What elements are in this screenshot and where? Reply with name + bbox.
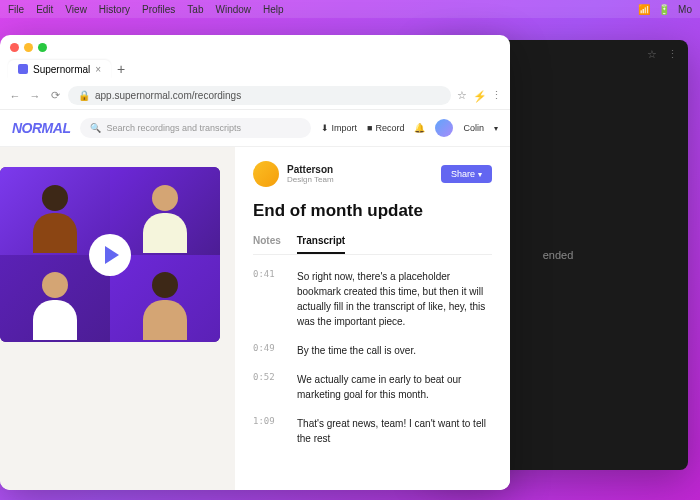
url-bar: ← → ⟳ 🔒 app.supernormal.com/recordings ☆… <box>0 82 510 110</box>
author-role: Design Team <box>287 175 433 184</box>
close-window-button[interactable] <box>10 43 19 52</box>
reload-icon[interactable]: ⟳ <box>48 89 62 103</box>
author-name: Patterson <box>287 164 433 175</box>
app-logo[interactable]: NORMAL <box>12 120 70 136</box>
video-thumbnail[interactable] <box>0 167 220 342</box>
timestamp: 0:49 <box>253 343 283 358</box>
macos-menubar: File Edit View History Profiles Tab Wind… <box>0 0 700 18</box>
chevron-down-icon: ▾ <box>478 170 482 179</box>
tab-title: Supernormal <box>33 64 90 75</box>
timestamp: 1:09 <box>253 416 283 446</box>
app-header: NORMAL 🔍 Search recordings and transcrip… <box>0 110 510 147</box>
close-tab-button[interactable]: × <box>95 64 101 75</box>
timestamp: 0:52 <box>253 372 283 402</box>
window-controls <box>0 35 510 56</box>
back-icon[interactable]: ← <box>8 89 22 103</box>
main-content: Patterson Design Team Share ▾ End of mon… <box>0 147 510 490</box>
forward-icon[interactable]: → <box>28 89 42 103</box>
recording-title: End of month update <box>253 201 492 221</box>
play-button[interactable] <box>89 234 131 276</box>
lock-icon: 🔒 <box>78 90 90 101</box>
menu-history[interactable]: History <box>99 4 130 15</box>
chevron-down-icon[interactable]: ▾ <box>494 124 498 133</box>
search-icon: 🔍 <box>90 123 101 133</box>
transcript-text: We actually came in early to beat our ma… <box>297 372 492 402</box>
transcript-text: By the time the call is over. <box>297 343 416 358</box>
detail-column: Patterson Design Team Share ▾ End of mon… <box>235 147 510 490</box>
menu-profiles[interactable]: Profiles <box>142 4 175 15</box>
minimize-window-button[interactable] <box>24 43 33 52</box>
url-text: app.supernormal.com/recordings <box>95 90 241 101</box>
camera-icon: ■ <box>367 123 372 133</box>
transcript-text: That's great news, team! I can't want to… <box>297 416 492 446</box>
user-avatar[interactable] <box>435 119 453 137</box>
status-text: ended <box>543 249 574 261</box>
search-placeholder: Search recordings and transcripts <box>106 123 241 133</box>
transcript-list: 0:41 So right now, there's a placeholder… <box>253 269 492 446</box>
new-tab-button[interactable]: + <box>117 61 125 77</box>
menu-file[interactable]: File <box>8 4 24 15</box>
detail-tabs: Notes Transcript <box>253 235 492 255</box>
transcript-line[interactable]: 0:52 We actually came in early to beat o… <box>253 372 492 402</box>
transcript-line[interactable]: 0:49 By the time the call is over. <box>253 343 492 358</box>
import-button[interactable]: ⬇ Import <box>321 123 358 133</box>
battery-icon: 🔋 <box>658 4 670 15</box>
user-name: Colin <box>463 123 484 133</box>
transcript-line[interactable]: 1:09 That's great news, team! I can't wa… <box>253 416 492 446</box>
browser-tabs: Supernormal × + <box>0 56 510 82</box>
share-button[interactable]: Share ▾ <box>441 165 492 183</box>
menu-window[interactable]: Window <box>215 4 251 15</box>
tab-notes[interactable]: Notes <box>253 235 281 254</box>
tab-favicon-icon <box>18 64 28 74</box>
search-input[interactable]: 🔍 Search recordings and transcripts <box>80 118 310 138</box>
record-button[interactable]: ■ Record <box>367 123 404 133</box>
wifi-icon: 📶 <box>638 4 650 15</box>
star-icon[interactable]: ☆ <box>647 48 657 61</box>
transcript-text: So right now, there's a placeholder book… <box>297 269 492 329</box>
menu-help[interactable]: Help <box>263 4 284 15</box>
bell-icon[interactable]: 🔔 <box>414 123 425 133</box>
browser-window: Supernormal × + ← → ⟳ 🔒 app.supernormal.… <box>0 35 510 490</box>
download-icon: ⬇ <box>321 123 329 133</box>
browser-tab[interactable]: Supernormal × <box>8 60 111 79</box>
star-icon[interactable]: ☆ <box>457 89 467 102</box>
transcript-line[interactable]: 0:41 So right now, there's a placeholder… <box>253 269 492 329</box>
video-column <box>0 147 235 490</box>
author-avatar[interactable] <box>253 161 279 187</box>
menu-dots-icon[interactable]: ⋮ <box>491 89 502 102</box>
author-row: Patterson Design Team Share ▾ <box>253 161 492 187</box>
menu-edit[interactable]: Edit <box>36 4 53 15</box>
menu-dots-icon[interactable]: ⋮ <box>667 48 678 61</box>
menubar-clock: Mo <box>678 4 692 15</box>
timestamp: 0:41 <box>253 269 283 329</box>
tab-transcript[interactable]: Transcript <box>297 235 345 254</box>
menu-view[interactable]: View <box>65 4 87 15</box>
extension-icon[interactable]: ⚡ <box>473 90 485 102</box>
menu-tab[interactable]: Tab <box>187 4 203 15</box>
address-input[interactable]: 🔒 app.supernormal.com/recordings <box>68 86 451 105</box>
maximize-window-button[interactable] <box>38 43 47 52</box>
